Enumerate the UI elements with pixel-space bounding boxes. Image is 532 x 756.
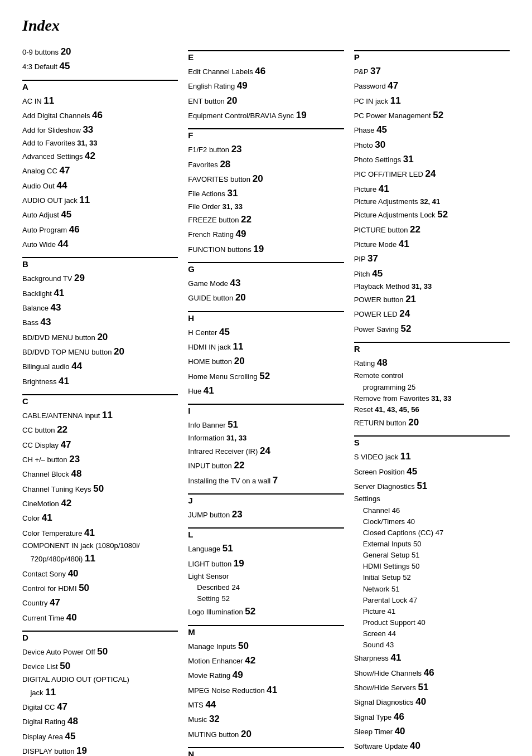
entry-show-hide-servers: Show/Hide Servers 51 (354, 680, 510, 695)
entry-music: Music 32 (188, 712, 344, 726)
entry-settings-general: General Setup 51 (354, 550, 510, 561)
entry-french-rating: French Rating 49 (188, 227, 344, 241)
entry-settings: Settings (354, 493, 510, 505)
entry-device-auto: Device Auto Power Off 50 (22, 644, 178, 659)
entry-bass: Bass 43 (22, 315, 178, 329)
entry-color-temp: Color Temperature 41 (22, 526, 178, 540)
section-letter-d: D (22, 631, 178, 642)
entry-remove-favorites: Remove from Favorites 31, 33 (354, 393, 510, 404)
entry-logo-illum: Logo Illumination 52 (188, 604, 344, 619)
entry-software-update: Software Update 40 (354, 739, 510, 753)
column-2: E Edit Channel Labels 46 English Rating … (188, 45, 354, 756)
entry-settings-screen: Screen 44 (354, 628, 510, 639)
section-letter-h: H (188, 311, 344, 323)
entry-settings-clock: Clock/Timers 40 (354, 516, 510, 527)
entry-control-hdmi: Control for HDMI 50 (22, 581, 178, 595)
entry-add-digital: Add Digital Channels 46 (22, 108, 178, 123)
entry-mpeg: MPEG Noise Reduction 41 (188, 683, 344, 697)
entry-ent-button: ENT button 20 (188, 94, 344, 108)
entry-device-list: Device List 50 (22, 659, 178, 673)
entry-remote-control: Remote control (354, 370, 510, 381)
entry-light-sensor: Light Sensor (188, 571, 344, 582)
entry-power-led: POWER LED 24 (354, 307, 510, 321)
entry-settings-picture: Picture 41 (354, 606, 510, 617)
entry-english-rating: English Rating 49 (188, 79, 344, 93)
entry-bd-dvd-menu: BD/DVD MENU button 20 (22, 330, 178, 345)
entry-hue: Hue 41 (188, 384, 344, 398)
entry-screen-position: Screen Position 45 (354, 464, 510, 479)
column-1: 0-9 buttons 20 4:3 Default 45 A AC IN 11… (22, 45, 188, 756)
entry-backlight: Backlight 41 (22, 286, 178, 301)
entry-display-area: Display Area 45 (22, 729, 178, 744)
entry-photo: Photo 30 (354, 138, 510, 152)
entry-muting: MUTING button 20 (188, 727, 344, 742)
entry-picture-adj-lock: Picture Adjustments Lock 52 (354, 207, 510, 222)
entry-auto-wide: Auto Wide 44 (22, 237, 178, 251)
entry-add-favorites: Add to Favorites 31, 33 (22, 138, 178, 149)
entry-country: Country 47 (22, 595, 178, 610)
entry-motion-enhancer: Motion Enhancer 42 (188, 653, 344, 668)
entry-bd-dvd-top: BD/DVD TOP MENU button 20 (22, 345, 178, 359)
entry-ch-button: CH +/– button 23 (22, 452, 178, 467)
entry-bilingual: Bilingual audio 44 (22, 359, 178, 374)
entry-language: Language 51 (188, 541, 344, 556)
entry-settings-parental: Parental Lock 47 (354, 595, 510, 606)
section-letter-b: B (22, 257, 178, 269)
entry-current-time: Current Time 40 (22, 610, 178, 625)
entry-brightness: Brightness 41 (22, 374, 178, 389)
entry-background-tv: Background TV 29 (22, 271, 178, 285)
section-letter-m: M (188, 625, 344, 637)
entry-info-banner: Info Banner 51 (188, 418, 344, 432)
entry-phase: Phase 45 (354, 123, 510, 137)
entry-show-hide-channels: Show/Hide Channels 46 (354, 666, 510, 680)
section-letter-j: J (188, 493, 344, 505)
entry-settings-hdmi: HDMI Settings 50 (354, 561, 510, 572)
entry-jump: JUMP button 23 (188, 507, 344, 522)
entry-pip: PIP 37 (354, 251, 510, 266)
section-letter-p: P (354, 50, 510, 62)
section-letter-n: N (188, 747, 344, 756)
section-letter-e: E (188, 50, 344, 62)
entry-input-button: INPUT button 22 (188, 458, 344, 473)
entry-installing: Installing the TV on a wall 7 (188, 473, 344, 488)
entry-mts: MTS 44 (188, 697, 344, 712)
entry-password: Password 47 (354, 79, 510, 93)
entry-file-actions: File Actions 31 (188, 186, 344, 201)
entry-cc-button: CC button 22 (22, 423, 178, 437)
entry-color: Color 41 (22, 511, 178, 525)
entry-power-button: POWER button 21 (354, 292, 510, 307)
entry-settings-product: Product Support 40 (354, 617, 510, 628)
entry-server-diag: Server Diagnostics 51 (354, 479, 510, 493)
entry-file-order: File Order 31, 33 (188, 201, 344, 212)
entry-h-center: H Center 45 (188, 325, 344, 340)
entry-pnp: P&P 37 (354, 64, 510, 79)
entry-hdmi-in: HDMI IN jack 11 (188, 340, 344, 354)
entry-sleep-timer: Sleep Timer 40 (354, 724, 510, 739)
entry-component: COMPONENT IN jack (1080p/1080i/ 720p/480… (22, 540, 178, 566)
section-letter-f: F (188, 128, 344, 140)
section-letter-r: R (354, 342, 510, 353)
section-letter-i: I (188, 404, 344, 415)
entry-audio-out: Audio Out 44 (22, 178, 178, 193)
entry-cinemotion: CineMotion 42 (22, 496, 178, 511)
entry-0-9: 0-9 buttons 20 (22, 45, 178, 59)
entry-sound-adj: Sound Adjustments 32, 43 (354, 754, 510, 756)
entry-sharpness: Sharpness 41 (354, 651, 510, 665)
entry-pitch: Pitch 45 (354, 266, 510, 281)
entry-settings-network: Network 51 (354, 584, 510, 595)
entry-playback-method: Playback Method 31, 33 (354, 281, 510, 292)
entry-audio-out-jack: AUDIO OUT jack 11 (22, 193, 178, 207)
column-3: P P&P 37 Password 47 PC IN jack 11 PC Po… (354, 45, 510, 756)
entry-picture-mode: Picture Mode 41 (354, 237, 510, 251)
entry-information: Information 31, 33 (188, 433, 344, 444)
entry-add-slideshow: Add for Slideshow 33 (22, 123, 178, 137)
entry-settings-sound: Sound 43 (354, 639, 510, 651)
entry-settings-cc: Closed Captions (CC) 47 (354, 527, 510, 539)
entry-digital-cc: Digital CC 47 (22, 700, 178, 714)
entry-movie-rating: Movie Rating 49 (188, 668, 344, 682)
entry-contact-sony: Contact Sony 40 (22, 566, 178, 581)
entry-channel-block: Channel Block 48 (22, 467, 178, 481)
entry-balance: Balance 43 (22, 301, 178, 315)
intro-entries: 0-9 buttons 20 4:3 Default 45 (22, 45, 178, 74)
entry-43: 4:3 Default 45 (22, 59, 178, 74)
